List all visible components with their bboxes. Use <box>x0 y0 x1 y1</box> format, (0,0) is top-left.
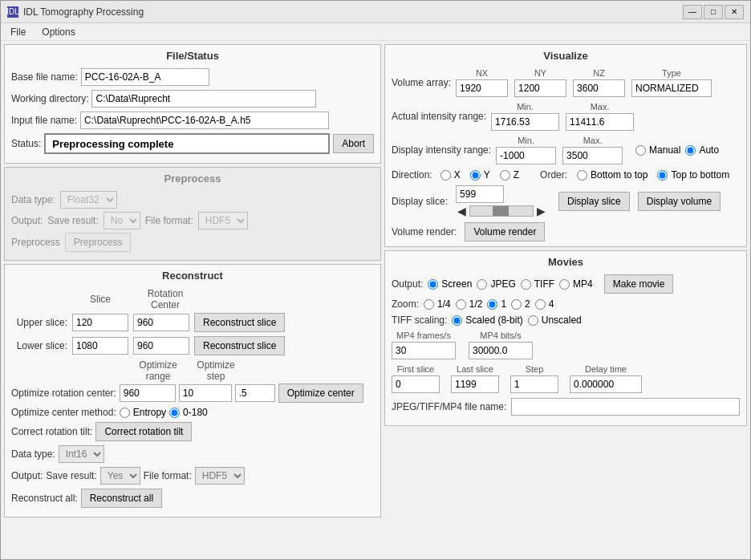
zoom-2-radio[interactable] <box>511 299 522 310</box>
optimize-rc-input[interactable] <box>120 384 176 402</box>
make-movie-button[interactable]: Make movie <box>604 274 674 294</box>
type-input[interactable] <box>631 79 712 97</box>
display-slice-button[interactable]: Display slice <box>558 192 630 211</box>
unscaled-radio-group[interactable]: Unscaled <box>528 314 582 326</box>
recon-dtype-select[interactable]: Int16 <box>59 445 104 463</box>
slider-right-arrow[interactable]: ▶ <box>535 205 547 217</box>
zoom-4-radio[interactable] <box>535 299 546 310</box>
zoom-1-label: 1 <box>501 298 506 310</box>
slider-track[interactable] <box>469 205 534 217</box>
recon-save-select[interactable]: Yes <box>100 467 140 485</box>
actual-min-input[interactable] <box>491 113 559 131</box>
entropy-radio[interactable] <box>120 408 130 418</box>
z-radio[interactable] <box>500 170 510 181</box>
unscaled-radio[interactable] <box>528 315 538 326</box>
jpeg-filename-label: JPEG/TIFF/MP4 file name: <box>392 401 506 412</box>
zoom-quarter-radio[interactable] <box>424 299 434 310</box>
manual-radio[interactable] <box>635 145 646 156</box>
z-radio-group[interactable]: Z <box>500 169 519 181</box>
y-radio[interactable] <box>470 170 481 181</box>
manual-radio-group[interactable]: Manual <box>635 144 680 156</box>
zero180-radio-group[interactable]: 0-180 <box>169 407 208 418</box>
mp4-radio[interactable] <box>559 279 570 290</box>
tiff-radio[interactable] <box>521 279 531 290</box>
slider-handle[interactable] <box>493 206 509 216</box>
reconstruct-all-button[interactable]: Reconstruct all <box>81 489 162 508</box>
nx-input[interactable] <box>456 79 508 97</box>
abort-button[interactable]: Abort <box>333 134 374 153</box>
movies-section: Movies Output: Screen JPEG TIFF <box>384 250 747 426</box>
movies-title: Movies <box>392 256 740 268</box>
y-radio-group[interactable]: Y <box>470 169 490 181</box>
optimize-center-button[interactable]: Optimize center <box>278 383 363 403</box>
screen-radio[interactable] <box>428 279 438 290</box>
zoom-4-group[interactable]: 4 <box>535 298 554 310</box>
mp4-bits-input[interactable] <box>469 342 533 359</box>
recon-format-select[interactable]: HDF5 <box>195 467 245 485</box>
auto-radio-group[interactable]: Auto <box>685 144 719 156</box>
slice-slider[interactable]: ◀ ▶ <box>456 205 547 217</box>
zero180-radio[interactable] <box>169 408 180 418</box>
display-volume-button[interactable]: Display volume <box>638 192 721 211</box>
tiff-radio-group[interactable]: TIFF <box>521 278 554 290</box>
zoom-half-group[interactable]: 1/2 <box>456 298 483 310</box>
bottom-top-radio-group[interactable]: Bottom to top <box>577 169 647 181</box>
correct-tilt-button[interactable]: Correct rotation tilt <box>95 422 192 441</box>
zoom-half-radio[interactable] <box>456 299 466 310</box>
upper-slice-input[interactable] <box>72 314 128 331</box>
bottom-top-radio[interactable] <box>577 170 587 181</box>
mp4-radio-group[interactable]: MP4 <box>559 278 593 290</box>
mp4-frames-input[interactable] <box>392 342 456 359</box>
top-bottom-radio-group[interactable]: Top to bottom <box>657 169 729 181</box>
zoom-quarter-label: 1/4 <box>437 298 451 310</box>
menu-file[interactable]: File <box>4 25 32 39</box>
display-slice-input[interactable] <box>456 185 504 203</box>
zoom-quarter-group[interactable]: 1/4 <box>424 298 451 310</box>
lower-rc-input[interactable] <box>133 337 189 355</box>
scaled-radio[interactable] <box>452 315 462 326</box>
step-input[interactable] <box>510 375 558 393</box>
x-radio-group[interactable]: X <box>440 169 461 181</box>
menu-options[interactable]: Options <box>35 25 81 39</box>
input-file-input[interactable] <box>80 112 329 129</box>
jpeg-radio-group[interactable]: JPEG <box>477 278 515 290</box>
working-dir-input[interactable] <box>91 90 316 108</box>
jpeg-label: JPEG <box>490 278 515 290</box>
scaled-radio-group[interactable]: Scaled (8-bit) <box>452 314 522 326</box>
jpeg-filename-input[interactable] <box>511 398 740 416</box>
tiff-scaling-row: TIFF scaling: Scaled (8-bit) Unscaled <box>392 314 740 326</box>
top-bottom-radio[interactable] <box>657 170 668 181</box>
screen-radio-group[interactable]: Screen <box>428 278 472 290</box>
mp4-frames-label: MP4 frames/s <box>396 331 451 340</box>
lower-slice-input[interactable] <box>72 337 128 355</box>
display-min-input[interactable] <box>496 147 556 164</box>
x-radio[interactable] <box>440 170 451 181</box>
delay-time-input[interactable] <box>570 375 642 393</box>
slider-left-arrow[interactable]: ◀ <box>456 205 468 217</box>
file-status-title: File/Status <box>11 50 374 62</box>
optimize-range-input[interactable] <box>179 384 232 402</box>
volume-render-button[interactable]: Volume render <box>465 222 545 241</box>
ny-input[interactable] <box>514 79 566 97</box>
upper-slice-row: Upper slice: Reconstruct slice <box>11 313 374 332</box>
last-slice-input[interactable] <box>451 375 499 393</box>
auto-radio[interactable] <box>685 145 696 156</box>
maximize-button[interactable]: □ <box>704 5 723 19</box>
zoom-1-radio[interactable] <box>487 299 497 310</box>
display-max-input[interactable] <box>562 147 623 164</box>
base-file-input[interactable] <box>81 68 209 86</box>
optimize-step-input[interactable] <box>235 384 275 402</box>
zoom-1-group[interactable]: 1 <box>487 298 506 310</box>
first-slice-input[interactable] <box>392 375 440 393</box>
zoom-2-group[interactable]: 2 <box>511 298 530 310</box>
nz-input[interactable] <box>573 79 625 97</box>
upper-rc-input[interactable] <box>133 314 189 331</box>
close-button[interactable]: ✕ <box>725 5 744 19</box>
reconstruct-slice-upper-button[interactable]: Reconstruct slice <box>194 313 285 332</box>
entropy-radio-group[interactable]: Entropy <box>120 407 166 418</box>
preprocess-dtype-select: Float32 <box>60 191 117 209</box>
actual-max-input[interactable] <box>566 113 634 131</box>
reconstruct-slice-lower-button[interactable]: Reconstruct slice <box>194 336 285 355</box>
jpeg-radio[interactable] <box>477 279 487 290</box>
minimize-button[interactable]: — <box>683 5 702 19</box>
